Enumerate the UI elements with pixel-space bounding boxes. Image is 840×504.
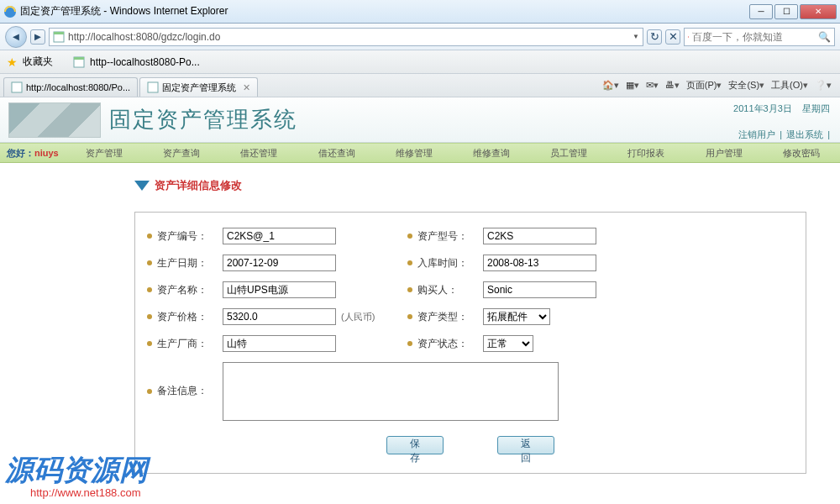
tab-icon bbox=[147, 81, 159, 93]
refresh-button[interactable]: ↻ bbox=[647, 29, 662, 45]
svg-rect-6 bbox=[12, 82, 22, 92]
greeting-label: 您好： bbox=[7, 148, 34, 158]
window-title: 固定资产管理系统 - Windows Internet Explorer bbox=[20, 4, 228, 18]
menu-staff-mgmt[interactable]: 员工管理 bbox=[530, 147, 607, 160]
save-button[interactable]: 保 存 bbox=[386, 436, 444, 454]
favorites-star-icon[interactable]: ★ bbox=[7, 55, 18, 69]
tab-close-icon[interactable]: ✕ bbox=[243, 82, 250, 93]
remark-textarea[interactable] bbox=[223, 362, 559, 421]
tab-label: 固定资产管理系统 bbox=[162, 81, 236, 94]
mail-icon[interactable]: ✉▾ bbox=[646, 80, 659, 91]
header-date: 2011年3月3日 bbox=[733, 103, 792, 113]
header-weekday: 星期四 bbox=[802, 103, 830, 113]
svg-rect-5 bbox=[74, 57, 84, 60]
command-bar: 🏠▾ ▦▾ ✉▾ 🖶▾ 页面(P)▾ 安全(S)▾ 工具(O)▾ ❔▾ bbox=[602, 79, 837, 92]
svg-rect-7 bbox=[148, 82, 158, 92]
asset-model-label: 资产型号： bbox=[407, 229, 483, 244]
manuf-label: 生产厂商： bbox=[147, 337, 223, 351]
menu-borrow-mgmt[interactable]: 借还管理 bbox=[220, 147, 297, 160]
menu-asset-mgmt[interactable]: 资产管理 bbox=[66, 147, 143, 160]
help-icon[interactable]: ❔▾ bbox=[815, 80, 832, 91]
back-button-form[interactable]: 返 回 bbox=[497, 436, 554, 454]
exit-link[interactable]: 退出系统 bbox=[786, 129, 823, 139]
in-date-input[interactable] bbox=[483, 255, 596, 271]
asset-form: 资产编号： 资产型号： 生产日期： 入库时间： 资产名称： bbox=[134, 212, 806, 474]
type-select[interactable]: 拓展配件 bbox=[483, 308, 550, 325]
price-label: 资产价格： bbox=[147, 310, 223, 324]
asset-name-input[interactable] bbox=[223, 281, 336, 298]
section-title: 资产详细信息修改 bbox=[134, 178, 825, 193]
home-icon[interactable]: 🏠▾ bbox=[602, 80, 619, 91]
status-select[interactable]: 正常 bbox=[483, 335, 533, 352]
app-title: 固定资产管理系统 bbox=[109, 105, 297, 134]
fav-item-icon bbox=[73, 56, 85, 68]
print-icon[interactable]: 🖶▾ bbox=[665, 80, 680, 91]
type-label: 资产类型： bbox=[407, 310, 483, 324]
back-button[interactable]: ◄ bbox=[5, 26, 27, 48]
asset-no-input[interactable] bbox=[223, 228, 336, 244]
content-area: 资产详细信息修改 资产编号： 资产型号： 生产日期： 入库时间： bbox=[0, 163, 840, 482]
maximize-button[interactable]: ☐ bbox=[774, 4, 798, 19]
status-label: 资产状态： bbox=[407, 337, 483, 351]
menu-change-pw[interactable]: 修改密码 bbox=[763, 147, 840, 160]
search-bar[interactable]: 🔍 bbox=[684, 28, 835, 46]
tab-bar: http://localhost:8080/Po... 固定资产管理系统 ✕ 🏠… bbox=[0, 74, 840, 97]
remark-label: 备注信息： bbox=[147, 384, 223, 398]
price-unit: (人民币) bbox=[341, 311, 375, 323]
forward-button[interactable]: ► bbox=[30, 29, 45, 45]
tab-icon bbox=[11, 81, 23, 93]
buyer-label: 购买人： bbox=[407, 283, 483, 297]
menu-repair-mgmt[interactable]: 维修管理 bbox=[375, 147, 453, 160]
prod-date-label: 生产日期： bbox=[147, 256, 223, 270]
feeds-icon[interactable]: ▦▾ bbox=[626, 80, 639, 91]
search-input[interactable] bbox=[692, 31, 818, 43]
watermark-name: 源码资源网 bbox=[5, 451, 148, 490]
ie-icon bbox=[3, 5, 17, 18]
watermark: 源码资源网 http://www.net188.com bbox=[5, 451, 148, 499]
close-button[interactable]: ✕ bbox=[800, 4, 837, 19]
favorites-bar: ★ 收藏夹 http--localhost8080-Po... bbox=[0, 50, 840, 74]
page-menu[interactable]: 页面(P)▾ bbox=[686, 79, 722, 92]
stop-button[interactable]: ✕ bbox=[665, 29, 680, 45]
menu-asset-query[interactable]: 资产查询 bbox=[143, 147, 220, 160]
minimize-button[interactable]: ─ bbox=[749, 4, 773, 19]
page-icon bbox=[53, 31, 65, 43]
manuf-input[interactable] bbox=[223, 335, 336, 352]
address-bar[interactable]: ▼ bbox=[49, 28, 643, 46]
section-title-text: 资产详细信息修改 bbox=[155, 178, 242, 193]
in-date-label: 入库时间： bbox=[407, 256, 483, 270]
safety-menu[interactable]: 安全(S)▾ bbox=[728, 79, 764, 92]
search-icon[interactable]: 🔍 bbox=[818, 31, 831, 43]
svg-rect-3 bbox=[688, 36, 689, 37]
asset-model-input[interactable] bbox=[483, 228, 596, 244]
prod-date-input[interactable] bbox=[223, 255, 336, 271]
price-input[interactable] bbox=[223, 308, 336, 325]
current-user: niuys bbox=[34, 148, 59, 158]
tab-label: http://localhost:8080/Po... bbox=[26, 82, 130, 92]
favorites-label: 收藏夹 bbox=[23, 55, 53, 69]
tab-localhost[interactable]: http://localhost:8080/Po... bbox=[3, 77, 138, 97]
menu-user-mgmt[interactable]: 用户管理 bbox=[685, 147, 763, 160]
tools-menu[interactable]: 工具(O)▾ bbox=[771, 79, 808, 92]
svg-rect-2 bbox=[54, 32, 64, 34]
asset-no-label: 资产编号： bbox=[147, 229, 223, 244]
logo-image bbox=[8, 102, 101, 138]
logout-link[interactable]: 注销用户 bbox=[738, 129, 775, 139]
menu-print[interactable]: 打印报表 bbox=[607, 147, 685, 160]
fav-item[interactable]: http--localhost8080-Po... bbox=[90, 56, 200, 68]
nav-toolbar: ◄ ► ▼ ↻ ✕ 🔍 bbox=[0, 24, 840, 50]
menu-borrow-query[interactable]: 借还查询 bbox=[297, 147, 375, 160]
triangle-icon bbox=[134, 181, 150, 191]
tab-app[interactable]: 固定资产管理系统 ✕ bbox=[139, 77, 258, 97]
search-provider-icon bbox=[688, 31, 689, 43]
buyer-input[interactable] bbox=[483, 281, 596, 298]
window-titlebar: 固定资产管理系统 - Windows Internet Explorer ─ ☐… bbox=[0, 0, 840, 24]
url-dropdown-icon[interactable]: ▼ bbox=[633, 33, 639, 40]
asset-name-label: 资产名称： bbox=[147, 283, 223, 297]
app-header: 固定资产管理系统 2011年3月3日 星期四 注销用户 | 退出系统 | bbox=[0, 97, 840, 143]
main-menu: 您好：niuys 资产管理 资产查询 借还管理 借还查询 维修管理 维修查询 员… bbox=[0, 143, 840, 163]
url-input[interactable] bbox=[68, 31, 633, 43]
header-right: 2011年3月3日 星期四 注销用户 | 退出系统 | bbox=[733, 102, 830, 141]
menu-repair-query[interactable]: 维修查询 bbox=[453, 147, 530, 160]
